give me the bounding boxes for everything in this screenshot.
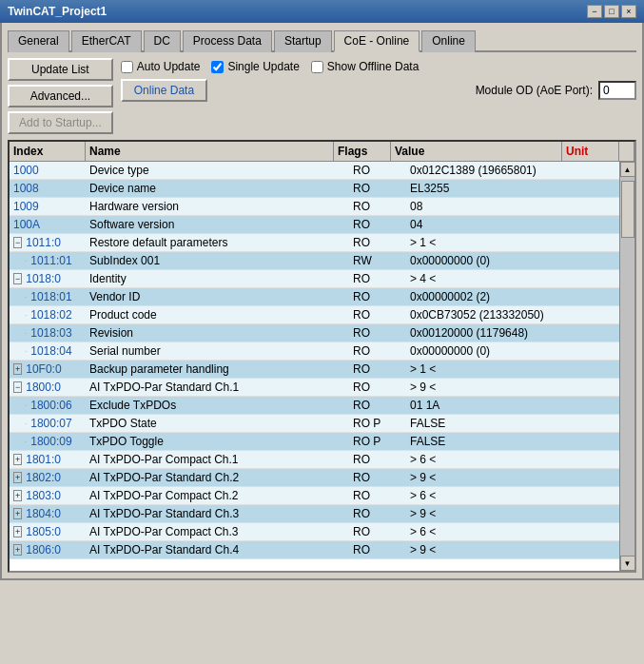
show-offline-data-checkbox-label[interactable]: Show Offline Data — [311, 60, 420, 73]
table-row[interactable]: ·1018:01 Vendor ID RO 0x00000002 (2) — [10, 288, 634, 306]
close-button[interactable]: × — [621, 5, 636, 18]
cell-value: > 9 < — [406, 469, 577, 486]
col-value: Value — [391, 142, 562, 161]
cell-name: AI TxPDO-Par Standard Ch.4 — [86, 541, 349, 558]
table-row[interactable]: +10F0:0 Backup parameter handling RO > 1… — [10, 361, 634, 379]
col-index: Index — [10, 142, 86, 161]
cell-value: > 4 < — [406, 270, 577, 287]
table-row[interactable]: −1800:0 AI TxPDO-Par Standard Ch.1 RO > … — [10, 379, 634, 397]
cell-flags: RO — [349, 379, 406, 396]
table-row[interactable]: −1011:0 Restore default parameters RO > … — [10, 234, 634, 252]
table-row[interactable]: ·1800:06 Exclude TxPDOs RO 01 1A — [10, 397, 634, 415]
module-od-input[interactable] — [598, 81, 636, 100]
col-flags: Flags — [334, 142, 391, 161]
tab-startup[interactable]: Startup — [274, 30, 332, 52]
left-buttons: Update List Advanced... Add to Startup..… — [8, 58, 113, 134]
cell-flags: RO — [349, 324, 406, 342]
table-row[interactable]: +1802:0 AI TxPDO-Par Standard Ch.2 RO > … — [10, 469, 634, 487]
table-row[interactable]: −1018:0 Identity RO > 4 < — [10, 270, 634, 288]
cell-name: AI TxPDO-Par Standard Ch.1 — [86, 379, 349, 396]
table-row[interactable]: 1009 Hardware version RO 08 — [10, 198, 634, 216]
show-offline-data-checkbox[interactable] — [311, 61, 323, 73]
cell-flags: RO — [349, 451, 406, 468]
cell-name: AI TxPDO-Par Standard Ch.3 — [86, 505, 349, 522]
online-data-button[interactable]: Online Data — [121, 79, 207, 102]
cell-flags: RO — [349, 234, 406, 251]
table-row[interactable]: 1000 Device type RO 0x012C1389 (19665801… — [10, 162, 634, 180]
scroll-track — [620, 177, 634, 556]
table-row[interactable]: ·1800:07 TxPDO State RO P FALSE — [10, 415, 634, 433]
table-row[interactable]: 100A Software version RO 04 — [10, 216, 634, 234]
table-row[interactable]: +1803:0 AI TxPDO-Par Compact Ch.2 RO > 6… — [10, 487, 634, 505]
cell-value: > 9 < — [406, 505, 577, 522]
cell-name: Product code — [86, 306, 349, 323]
restore-button[interactable]: □ — [604, 5, 619, 18]
scroll-down-button[interactable]: ▼ — [620, 556, 635, 571]
table-row[interactable]: +1806:0 AI TxPDO-Par Standard Ch.4 RO > … — [10, 541, 634, 559]
table-row[interactable]: ·1018:04 Serial number RO 0x00000000 (0) — [10, 342, 634, 361]
cell-flags: RO — [349, 288, 406, 305]
cell-index: +1806:0 — [10, 541, 86, 558]
cell-index: +1802:0 — [10, 469, 86, 486]
table-row[interactable]: ·1011:01 SubIndex 001 RW 0x00000000 (0) — [10, 252, 634, 270]
top-controls: Update List Advanced... Add to Startup..… — [8, 58, 636, 134]
cell-value: > 1 < — [406, 361, 577, 378]
cell-flags: RO — [349, 523, 406, 540]
window-title: TwinCAT_Project1 — [8, 5, 107, 18]
table-row[interactable]: ·1018:02 Product code RO 0x0CB73052 (213… — [10, 306, 634, 324]
cell-flags: RW — [349, 252, 406, 269]
cell-name: AI TxPDO-Par Compact Ch.1 — [86, 451, 349, 468]
cell-name: AI TxPDO-Par Compact Ch.2 — [86, 487, 349, 504]
cell-flags: RO — [349, 361, 406, 378]
cell-name: AI TxPDO-Par Compact Ch.3 — [86, 523, 349, 540]
tab-general[interactable]: General — [8, 30, 69, 52]
cell-name: Backup parameter handling — [86, 361, 349, 378]
cell-name: Vendor ID — [86, 288, 349, 305]
cell-value: 01 1A — [406, 397, 577, 414]
tab-process-data[interactable]: Process Data — [183, 30, 272, 52]
scrollbar: ▲ ▼ — [619, 162, 634, 571]
cell-value: EL3255 — [406, 180, 577, 197]
add-to-startup-button[interactable]: Add to Startup... — [8, 111, 113, 134]
auto-update-checkbox-label[interactable]: Auto Update — [121, 60, 201, 73]
cell-value: FALSE — [406, 415, 577, 432]
cell-index: 1000 — [10, 162, 86, 179]
col-unit: Unit — [562, 142, 619, 161]
auto-update-checkbox[interactable] — [121, 61, 133, 73]
auto-update-label: Auto Update — [137, 60, 201, 73]
title-bar: TwinCAT_Project1 − □ × — [0, 0, 644, 23]
table-row[interactable]: ·1018:03 Revision RO 0x00120000 (1179648… — [10, 324, 634, 342]
table-row[interactable]: +1801:0 AI TxPDO-Par Compact Ch.1 RO > 6… — [10, 451, 634, 469]
minimize-button[interactable]: − — [587, 5, 602, 18]
col-name: Name — [86, 142, 334, 161]
tab-online[interactable]: Online — [421, 30, 476, 52]
tab-coe-online[interactable]: CoE - Online — [334, 30, 420, 52]
table-row[interactable]: 1008 Device name RO EL3255 — [10, 180, 634, 198]
scroll-thumb[interactable] — [621, 181, 634, 238]
cell-name: Identity — [86, 270, 349, 287]
table-scroll[interactable]: 1000 Device type RO 0x012C1389 (19665801… — [10, 162, 634, 571]
cell-value: > 6 < — [406, 451, 577, 468]
table-row[interactable]: +1804:0 AI TxPDO-Par Standard Ch.3 RO > … — [10, 505, 634, 523]
single-update-checkbox[interactable] — [211, 61, 224, 73]
scroll-up-button[interactable]: ▲ — [620, 162, 635, 177]
table-row[interactable]: ·1800:09 TxPDO Toggle RO P FALSE — [10, 433, 634, 451]
tab-ethercat[interactable]: EtherCAT — [71, 30, 142, 52]
tab-bar: General EtherCAT DC Process Data Startup… — [8, 29, 636, 52]
right-controls: Auto Update Single Update Show Offline D… — [121, 58, 636, 102]
advanced-button[interactable]: Advanced... — [8, 85, 113, 107]
cell-flags: RO — [349, 469, 406, 486]
update-list-button[interactable]: Update List — [8, 58, 113, 81]
cell-flags: RO P — [349, 433, 406, 450]
cell-index: ·1018:02 — [10, 306, 86, 323]
single-update-checkbox-label[interactable]: Single Update — [211, 60, 299, 73]
cell-index: ·1800:06 — [10, 397, 86, 414]
cell-index: 100A — [10, 216, 86, 233]
cell-name: Exclude TxPDOs — [86, 397, 349, 414]
tab-dc[interactable]: DC — [144, 30, 181, 52]
coe-table: Index Name Flags Value Unit 1000 Device … — [8, 140, 636, 573]
window-body: General EtherCAT DC Process Data Startup… — [0, 23, 644, 580]
cell-name: Serial number — [86, 342, 349, 360]
cell-value: > 1 < — [406, 234, 577, 251]
table-row[interactable]: +1805:0 AI TxPDO-Par Compact Ch.3 RO > 6… — [10, 523, 634, 541]
